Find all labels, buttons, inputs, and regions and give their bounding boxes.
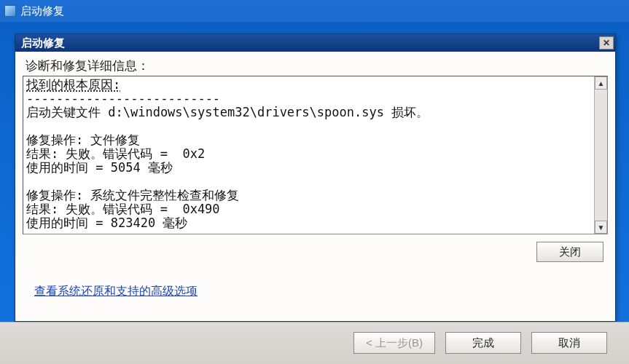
startup-repair-dialog: 启动修复 ✕ 诊断和修复详细信息： 找到的根本原因: -------------… <box>15 33 616 322</box>
scroll-down-icon[interactable]: ▼ <box>595 221 607 234</box>
log-dashes: -------------------------- <box>26 91 220 106</box>
details-heading: 诊断和修复详细信息： <box>23 55 608 76</box>
log-file-line: 启动关键文件 d:\windows\system32\drivers\spoon… <box>26 105 429 119</box>
dialog-body: 诊断和修复详细信息： 找到的根本原因: --------------------… <box>15 52 615 321</box>
dialog-button-row: 关闭 <box>23 234 608 264</box>
vertical-scrollbar[interactable]: ▲ ▼ <box>594 76 607 234</box>
log-root-cause-label: 找到的根本原因: <box>26 77 120 92</box>
scroll-up-icon[interactable]: ▲ <box>595 76 607 90</box>
log-text[interactable]: 找到的根本原因: -------------------------- 启动关键… <box>23 76 594 234</box>
wizard-buttons: < 上一步(B) 完成 取消 <box>353 332 607 354</box>
parent-window-title: 启动修复 <box>20 4 64 18</box>
finish-button[interactable]: 完成 <box>445 332 521 354</box>
back-button: < 上一步(B) <box>353 332 435 354</box>
log-pane: 找到的根本原因: -------------------------- 启动关键… <box>23 76 608 234</box>
log-op1-time: 使用的时间 = 5054 毫秒 <box>26 160 173 175</box>
log-op1-result: 结果: 失败。错误代码 = 0x2 <box>26 146 205 161</box>
log-op2-result: 结果: 失败。错误代码 = 0x490 <box>26 202 220 216</box>
dialog-titlebar: 启动修复 ✕ <box>15 34 615 52</box>
cancel-button[interactable]: 取消 <box>531 332 607 354</box>
log-op2-time: 使用的时间 = 823420 毫秒 <box>26 215 187 230</box>
advanced-options-link[interactable]: 查看系统还原和支持的高级选项 <box>34 285 198 297</box>
parent-window-titlebar: 启动修复 <box>0 0 629 22</box>
advanced-link-row: 查看系统还原和支持的高级选项 <box>23 264 608 311</box>
log-op2-action: 修复操作: 系统文件完整性检查和修复 <box>26 188 239 202</box>
dialog-title: 启动修复 <box>21 36 65 50</box>
close-icon[interactable]: ✕ <box>599 36 614 50</box>
app-icon <box>4 5 16 17</box>
close-button[interactable]: 关闭 <box>536 242 603 262</box>
log-op1-action: 修复操作: 文件修复 <box>26 132 140 147</box>
